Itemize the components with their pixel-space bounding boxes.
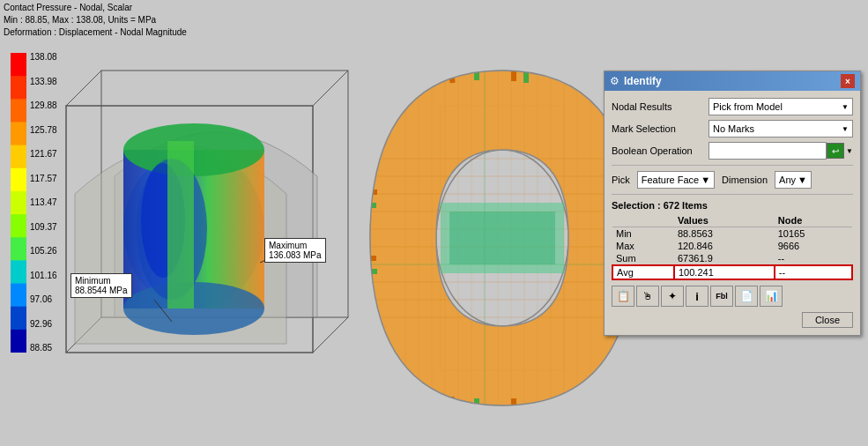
svg-rect-77 [449, 212, 555, 264]
results-table-header: Values Node [612, 214, 852, 227]
nodal-results-dropdown[interactable]: Pick from Model ▼ [708, 98, 853, 115]
col-values-header: Values [674, 214, 775, 227]
nodal-results-value: Pick from Model [713, 101, 783, 112]
toolbar-chart-button[interactable]: 📊 [760, 286, 783, 307]
boolean-operation-field [708, 142, 827, 160]
scale-label-10: 97.06 [30, 295, 57, 304]
pick-dimension-row: Pick Feature Face ▼ Dimension Any ▼ [612, 171, 853, 189]
panel-title-left: ⚙ Identify [610, 75, 662, 87]
pick-label: Pick [612, 175, 630, 185]
callout-min-line1: Minimum [75, 276, 128, 286]
svg-rect-49 [369, 282, 380, 287]
row-sum-node: -- [775, 252, 852, 265]
svg-rect-38 [499, 398, 504, 409]
info-bar: Contact Pressure - Nodal, Scalar Min : 8… [4, 2, 187, 39]
toolbar-info-button[interactable]: i [686, 286, 708, 307]
svg-rect-16 [462, 71, 467, 81]
callout-min: Minimum 88.8544 MPa [70, 273, 132, 298]
row-sum-value: 67361.9 [674, 252, 775, 265]
scale-labels: 138.08 133.98 129.88 125.78 121.67 117.5… [30, 53, 57, 353]
callout-max: Maximum 136.083 MPa [264, 238, 326, 263]
mark-selection-control: No Marks ▼ [708, 120, 853, 138]
dimension-value: Any [779, 175, 796, 185]
toolbar-fbl-button[interactable]: Fbl [710, 286, 733, 307]
gear-icon: ⚙ [610, 75, 619, 87]
row-min-label: Min [612, 227, 674, 241]
svg-rect-39 [511, 398, 516, 409]
dimension-dropdown[interactable]: Any ▼ [775, 171, 812, 189]
col-node-header: Node [775, 214, 852, 227]
row-avg-label: Avg [612, 265, 674, 279]
scale-label-0: 138.08 [30, 53, 57, 62]
scale-label-3: 125.78 [30, 126, 57, 135]
panel-title-text: Identify [624, 75, 662, 87]
toolbar-clipboard-button[interactable]: 📋 [612, 286, 634, 307]
svg-rect-40 [523, 397, 529, 407]
boolean-operation-label: Boolean Operation [612, 145, 708, 156]
mark-selection-arrow: ▼ [842, 125, 849, 133]
scale-label-11: 92.96 [30, 320, 57, 329]
left-model-group [66, 71, 348, 353]
nodal-results-arrow: ▼ [842, 103, 849, 111]
pick-dropdown[interactable]: Feature Face ▼ [637, 171, 715, 189]
selection-info: Selection : 672 Items [612, 200, 853, 211]
scale-label-9: 101.16 [30, 271, 57, 280]
scale-label-7: 109.37 [30, 223, 57, 232]
callout-max-line2: 136.083 MPa [269, 250, 322, 260]
scale-label-5: 117.57 [30, 175, 57, 183]
toolbar-cursor-button[interactable]: 🖱 [636, 286, 659, 307]
results-table: Values Node Min 88.8563 10165 Max 120.84… [612, 214, 853, 280]
right-model-group [365, 70, 644, 409]
boolean-operation-icon[interactable]: ↩ [827, 143, 844, 159]
svg-rect-18 [486, 71, 492, 81]
col-label-header [612, 214, 674, 227]
row-max-node: 9666 [775, 240, 852, 252]
close-button[interactable]: Close [802, 312, 853, 328]
mark-selection-value: No Marks [713, 123, 754, 134]
mark-selection-dropdown[interactable]: No Marks ▼ [708, 120, 853, 138]
color-scale-container [11, 53, 26, 354]
row-min-value: 88.8563 [674, 227, 775, 241]
nodal-results-control: Pick from Model ▼ [708, 98, 853, 115]
panel-body: Nodal Results Pick from Model ▼ Mark Sel… [605, 91, 860, 335]
svg-line-2 [313, 71, 348, 106]
toolbar-page-button[interactable]: 📄 [735, 286, 758, 307]
close-btn-container: Close [612, 312, 853, 328]
boolean-operation-control: ↩ ▼ [708, 142, 853, 160]
pick-value: Feature Face [642, 175, 699, 185]
panel-close-x-button[interactable]: × [841, 74, 855, 88]
scale-label-4: 121.67 [30, 150, 57, 159]
boolean-arrow: ▼ [846, 147, 853, 155]
info-line2: Min : 88.85, Max : 138.08, Units = MPa [4, 14, 187, 26]
table-row-avg: Avg 100.241 -- [612, 265, 852, 279]
panel-divider-2 [612, 194, 853, 195]
color-scale-bar [11, 53, 26, 353]
svg-rect-17 [474, 70, 479, 80]
table-row-max: Max 120.846 9666 [612, 240, 852, 252]
dimension-label: Dimension [722, 175, 768, 185]
row-avg-value: 100.241 [674, 265, 775, 279]
svg-rect-12 [167, 141, 194, 308]
svg-rect-20 [511, 71, 516, 81]
identify-panel: ⚙ Identify × Nodal Results Pick from Mod… [604, 71, 861, 336]
row-avg-node: -- [775, 265, 852, 279]
row-max-label: Max [612, 240, 674, 252]
svg-line-3 [313, 317, 348, 353]
svg-rect-19 [499, 71, 504, 81]
scale-label-12: 88.85 [30, 344, 57, 353]
pick-arrow: ▼ [701, 175, 710, 185]
mark-selection-label: Mark Selection [612, 123, 708, 134]
toolbar-star-button[interactable]: ✦ [661, 286, 684, 307]
svg-rect-35 [462, 398, 467, 408]
row-max-value: 120.846 [674, 240, 775, 252]
nodal-results-label: Nodal Results [612, 101, 708, 112]
callout-min-line2: 88.8544 MPa [75, 286, 128, 295]
panel-toolbar: 📋 🖱 ✦ i Fbl 📄 📊 [612, 286, 853, 307]
boolean-operation-row: Boolean Operation ↩ ▼ [612, 142, 853, 160]
info-line3: Deformation : Displacement - Nodal Magni… [4, 26, 187, 39]
svg-rect-37 [486, 398, 492, 409]
scale-label-6: 113.47 [30, 198, 57, 207]
scale-label-2: 129.88 [30, 101, 57, 110]
dimension-arrow: ▼ [798, 175, 807, 185]
panel-titlebar: ⚙ Identify × [605, 71, 860, 91]
